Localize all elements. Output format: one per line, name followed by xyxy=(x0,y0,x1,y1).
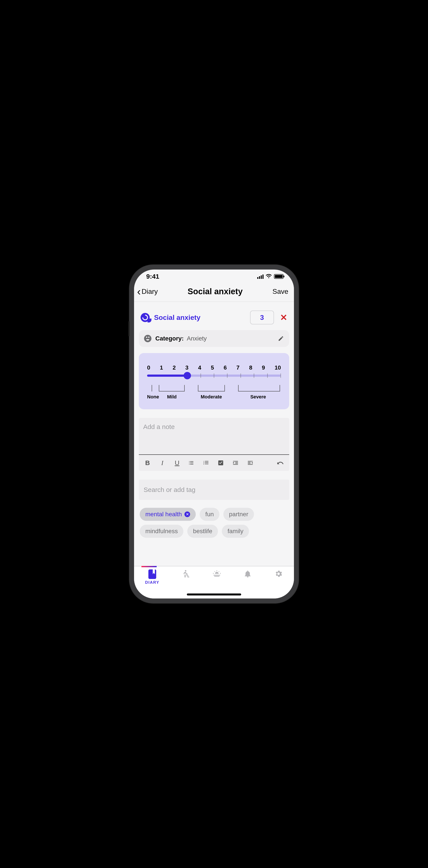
tab-diary[interactable]: DIARY xyxy=(145,569,159,585)
category-value: Anxiety xyxy=(187,335,207,342)
indent-left-button[interactable] xyxy=(247,460,255,466)
face-icon xyxy=(144,335,151,342)
back-label: Diary xyxy=(142,287,158,296)
gear-icon xyxy=(274,569,283,578)
bell-icon xyxy=(243,569,252,578)
note-input[interactable]: Add a note xyxy=(139,418,289,455)
italic-button[interactable]: I xyxy=(159,459,166,467)
numbered-list-button[interactable] xyxy=(203,460,210,466)
tab-settings[interactable] xyxy=(274,569,283,578)
note-toolbar: B I U xyxy=(139,455,289,471)
content-scroll[interactable]: Social anxiety 3 ✕ Category: Anxiety xyxy=(134,302,294,566)
tag-partner[interactable]: partner xyxy=(223,508,254,521)
symptom-name: Social anxiety xyxy=(154,314,200,321)
pencil-icon[interactable] xyxy=(278,336,284,342)
tag-mindfulness[interactable]: mindfulness xyxy=(140,525,183,538)
tag-family[interactable]: family xyxy=(222,525,249,538)
remove-tag-icon[interactable]: ✕ xyxy=(184,512,190,517)
wifi-icon xyxy=(266,274,272,279)
save-button[interactable]: Save xyxy=(273,287,288,296)
battery-icon xyxy=(274,274,284,279)
note-card: Add a note B I U xyxy=(139,418,289,471)
tab-insights[interactable] xyxy=(212,569,221,578)
anxiety-head-icon xyxy=(141,313,150,322)
sun-icon xyxy=(212,569,221,578)
tab-bar: DIARY xyxy=(134,566,294,598)
slider-fill xyxy=(147,375,187,377)
category-label: Category: xyxy=(155,335,184,342)
symptom-value-box[interactable]: 3 xyxy=(250,311,274,324)
status-icons xyxy=(257,274,284,279)
indent-right-button[interactable] xyxy=(232,460,240,466)
tag-fun[interactable]: fun xyxy=(200,508,220,521)
status-time: 9:41 xyxy=(146,273,159,280)
tag-list: mental health ✕ fun partner mindfulness … xyxy=(139,508,289,544)
bullet-list-button[interactable] xyxy=(188,460,196,466)
status-bar: 9:41 xyxy=(134,270,294,283)
nav-header: ‹ Diary Social anxiety Save xyxy=(134,283,294,302)
tag-bestlife[interactable]: bestlife xyxy=(187,525,218,538)
steps-icon xyxy=(182,569,190,578)
slider-range-labels: None Mild Moderate Severe xyxy=(147,385,281,400)
tag-mental-health[interactable]: mental health ✕ xyxy=(140,508,196,521)
checklist-button[interactable] xyxy=(218,460,225,466)
chevron-left-icon: ‹ xyxy=(137,286,141,297)
symptom-header: Social anxiety 3 ✕ xyxy=(139,308,289,330)
page-title: Social anxiety xyxy=(188,287,242,296)
tab-progress[interactable] xyxy=(182,569,190,578)
cellular-icon xyxy=(257,274,263,279)
tag-search-input[interactable]: Search or add tag xyxy=(139,479,289,500)
tab-reminders[interactable] xyxy=(243,569,252,578)
severity-slider-card: 0 1 2 3 4 5 6 7 8 9 10 xyxy=(139,353,289,409)
slider-tick-labels: 0 1 2 3 4 5 6 7 8 9 10 xyxy=(147,364,281,371)
category-row[interactable]: Category: Anxiety xyxy=(139,330,289,347)
underline-button[interactable]: U xyxy=(173,459,181,467)
bold-button[interactable]: B xyxy=(144,459,151,467)
close-icon[interactable]: ✕ xyxy=(280,312,287,322)
home-indicator[interactable] xyxy=(187,593,241,595)
severity-slider[interactable] xyxy=(147,375,281,377)
back-button[interactable]: ‹ Diary xyxy=(137,286,158,297)
undo-button[interactable] xyxy=(277,460,284,466)
diary-icon xyxy=(148,569,156,579)
slider-thumb[interactable] xyxy=(183,372,191,379)
